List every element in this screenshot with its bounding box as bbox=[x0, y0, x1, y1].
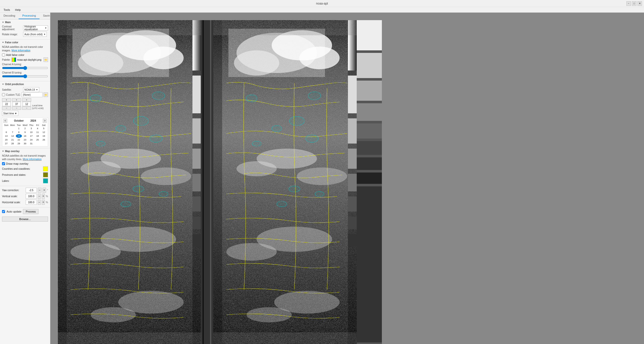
map-overlay-more-info-link[interactable]: More information bbox=[23, 158, 42, 161]
cal-day-27[interactable]: 27 bbox=[3, 142, 9, 145]
cal-day-23[interactable]: 23 bbox=[22, 138, 28, 142]
cal-day-30[interactable]: 30 bbox=[22, 142, 28, 145]
start-time-dropdown[interactable]: Start time ▼ bbox=[2, 111, 18, 116]
horizontal-scale-increment-button[interactable]: + bbox=[42, 200, 45, 205]
false-color-more-info-link[interactable]: More information bbox=[12, 49, 30, 52]
palette-folder-button[interactable]: 📁 bbox=[44, 57, 48, 62]
tab-decoding[interactable]: Decoding bbox=[0, 13, 19, 19]
maximize-button[interactable]: □ bbox=[632, 1, 636, 6]
cal-day-5[interactable]: 5 bbox=[41, 127, 47, 130]
provinces-color-swatch[interactable] bbox=[43, 172, 48, 177]
cal-day-7[interactable]: 7 bbox=[10, 130, 16, 134]
vertical-scale-row: Vertical scale: − + % bbox=[2, 194, 48, 199]
draw-map-row: Draw map overlay bbox=[2, 162, 48, 165]
cal-day-28[interactable]: 28 bbox=[10, 142, 16, 145]
cal-day-21[interactable]: 21 bbox=[10, 138, 16, 142]
cal-day-10[interactable]: 10 bbox=[28, 130, 34, 134]
cal-day-empty-2 bbox=[10, 127, 16, 130]
close-button[interactable]: ✕ bbox=[637, 1, 642, 6]
svg-point-8 bbox=[141, 167, 191, 185]
rotate-dropdown[interactable]: Auto (from orbit) ▼ bbox=[23, 32, 47, 37]
custom-tle-dropdown[interactable]: (None) bbox=[22, 92, 43, 97]
seconds-increment-button[interactable]: + bbox=[22, 98, 31, 102]
cal-day-15[interactable]: 15 bbox=[16, 134, 22, 138]
cal-day-16[interactable]: 16 bbox=[22, 134, 28, 138]
cal-day-3[interactable]: 3 bbox=[28, 127, 34, 130]
browse-button[interactable]: Browse... bbox=[2, 217, 48, 222]
svg-point-12 bbox=[91, 307, 136, 322]
cal-day-26[interactable]: 26 bbox=[41, 138, 47, 142]
cal-day-12[interactable]: 12 bbox=[41, 130, 47, 134]
channel-b-slider[interactable] bbox=[2, 75, 48, 78]
minimize-button[interactable]: − bbox=[626, 1, 631, 6]
cal-header-fri: Fri bbox=[34, 124, 41, 126]
cal-day-22[interactable]: 22 bbox=[16, 138, 22, 142]
tle-folder-button[interactable]: 📁 bbox=[44, 92, 48, 97]
cal-day-4[interactable]: 4 bbox=[34, 127, 41, 130]
hours-decrement-button[interactable]: − bbox=[2, 106, 11, 110]
yaw-decrement-button[interactable]: − bbox=[38, 188, 42, 193]
cal-day-25[interactable]: 25 bbox=[34, 138, 41, 142]
cal-day-13[interactable]: 13 bbox=[3, 134, 9, 138]
svg-rect-54 bbox=[348, 196, 357, 212]
cal-day-24[interactable]: 24 bbox=[28, 138, 34, 142]
channel-a-slider[interactable] bbox=[2, 66, 48, 70]
yaw-input[interactable] bbox=[26, 188, 37, 193]
cal-day-1[interactable]: 1 bbox=[16, 127, 22, 130]
svg-rect-74 bbox=[357, 103, 382, 121]
contrast-dropdown[interactable]: Histogram equalization ▼ bbox=[23, 25, 48, 30]
hours-increment-button[interactable]: + bbox=[2, 98, 11, 102]
satellite-dropdown[interactable]: NOAA 19 ▼ bbox=[23, 87, 39, 92]
calendar-prev-button[interactable]: < bbox=[3, 119, 7, 123]
custom-tle-checkbox[interactable] bbox=[2, 93, 5, 96]
vertical-scale-increment-button[interactable]: + bbox=[42, 194, 45, 199]
add-false-color-checkbox[interactable] bbox=[2, 53, 5, 56]
main-section-header[interactable]: ▼ Main bbox=[2, 21, 48, 24]
cal-day-6[interactable]: 6 bbox=[3, 130, 9, 134]
minutes-increment-button[interactable]: + bbox=[12, 98, 21, 102]
svg-rect-67 bbox=[213, 20, 357, 35]
cal-day-18[interactable]: 18 bbox=[34, 134, 41, 138]
horizontal-scale-decrement-button[interactable]: − bbox=[38, 200, 41, 205]
lakes-color-swatch[interactable] bbox=[43, 178, 48, 183]
tab-processing[interactable]: Processing bbox=[19, 13, 39, 19]
orbit-prediction-section: ▼ Orbit prediction Satellite: NOAA 19 ▼ … bbox=[0, 81, 50, 148]
cal-day-31[interactable]: 31 bbox=[28, 142, 34, 145]
svg-rect-53 bbox=[348, 174, 357, 191]
menu-tools[interactable]: Tools bbox=[2, 8, 12, 12]
cal-day-29[interactable]: 29 bbox=[16, 142, 22, 145]
map-overlay-header[interactable]: ▼ Map overlay bbox=[2, 150, 48, 153]
draw-map-checkbox[interactable] bbox=[2, 162, 5, 165]
hours-input[interactable] bbox=[3, 102, 11, 106]
vertical-scale-decrement-button[interactable]: − bbox=[38, 194, 41, 199]
svg-point-28 bbox=[159, 191, 168, 196]
cal-day-8[interactable]: 8 bbox=[16, 130, 22, 134]
seconds-input[interactable] bbox=[23, 102, 31, 106]
vertical-scale-input[interactable] bbox=[26, 194, 37, 199]
calendar-next-button[interactable]: > bbox=[43, 119, 47, 123]
seconds-decrement-button[interactable]: − bbox=[22, 106, 31, 110]
cal-day-11[interactable]: 11 bbox=[34, 130, 41, 134]
false-color-collapse-icon: ▼ bbox=[2, 41, 4, 44]
process-button[interactable]: Process bbox=[23, 209, 38, 214]
cal-day-2[interactable]: 2 bbox=[22, 127, 28, 130]
cal-day-20[interactable]: 20 bbox=[3, 138, 9, 142]
yaw-increment-button[interactable]: + bbox=[43, 188, 46, 193]
minutes-decrement-button[interactable]: − bbox=[12, 106, 21, 110]
minutes-input[interactable] bbox=[13, 102, 21, 106]
false-color-header[interactable]: ▼ False color bbox=[2, 41, 48, 44]
menu-help[interactable]: Help bbox=[14, 8, 22, 12]
orbit-prediction-header[interactable]: ▼ Orbit prediction bbox=[2, 83, 48, 86]
tab-saving[interactable]: Saving bbox=[39, 13, 50, 19]
countries-color-swatch[interactable] bbox=[43, 166, 48, 171]
auto-update-label: Auto update bbox=[7, 210, 21, 213]
cal-header-mon: Mon bbox=[10, 124, 16, 126]
cal-day-17[interactable]: 17 bbox=[28, 134, 34, 138]
cal-day-19[interactable]: 19 bbox=[41, 134, 47, 138]
palette-label: Palette: bbox=[2, 58, 11, 61]
cal-day-9[interactable]: 9 bbox=[22, 130, 28, 134]
cal-day-14[interactable]: 14 bbox=[10, 134, 16, 138]
horizontal-scale-input[interactable] bbox=[26, 200, 37, 205]
auto-update-checkbox[interactable] bbox=[2, 210, 5, 213]
svg-rect-66 bbox=[58, 20, 201, 35]
